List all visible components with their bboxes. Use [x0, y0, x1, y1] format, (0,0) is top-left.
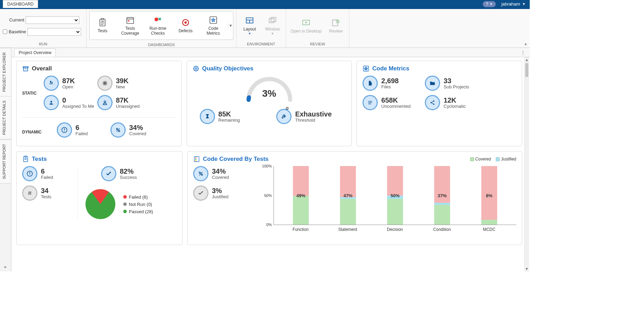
- svg-rect-25: [50, 84, 53, 84]
- card-overall: Overall STATIC 87KOpen 39KNew 0Assigned …: [16, 61, 182, 146]
- subprojects-value: 33: [444, 77, 469, 84]
- card-code-metrics: Code Metrics 2,698Files 33Sub Projects 6…: [357, 61, 522, 146]
- assigned-value: 0: [62, 97, 94, 104]
- current-select[interactable]: [26, 16, 79, 24]
- hourglass-icon: [200, 109, 215, 124]
- gauge-value: 3%: [243, 88, 295, 99]
- scroll-down-icon[interactable]: ▼: [525, 266, 529, 271]
- review-icon: [331, 18, 341, 28]
- dashboards-more-dropdown[interactable]: ▾: [228, 23, 233, 28]
- tests-button[interactable]: Tests: [90, 16, 115, 35]
- side-tab-support-report[interactable]: SUPPORT REPORT: [0, 139, 11, 183]
- svg-point-65: [199, 172, 200, 173]
- svg-point-66: [201, 174, 203, 175]
- user-menu[interactable]: jabraham ▼: [499, 0, 530, 8]
- svg-rect-23: [50, 81, 51, 83]
- svg-rect-54: [29, 172, 30, 174]
- svg-line-58: [29, 191, 29, 195]
- runtime-icon: [153, 15, 163, 25]
- review-group-label: REVIEW: [289, 41, 346, 47]
- svg-rect-55: [29, 175, 30, 175]
- side-tab-project-details[interactable]: PROJECT DETAILS: [0, 96, 11, 139]
- defects-icon: [181, 18, 190, 27]
- run-group-label: RUN: [3, 41, 83, 47]
- layout-icon: [245, 16, 254, 26]
- xlabel: Function: [277, 227, 324, 232]
- side-tab-project-explorer[interactable]: PROJECT EXPLORER: [0, 48, 11, 96]
- svg-rect-15: [269, 19, 274, 23]
- tests-failed-label: Failed: [41, 175, 53, 180]
- open-label: Open: [62, 84, 75, 89]
- legend-failed: Failed (6): [123, 194, 153, 200]
- tests-pie-chart: [84, 188, 117, 221]
- person-outline-icon: [97, 95, 113, 110]
- svg-rect-63: [195, 159, 196, 160]
- baseline-select[interactable]: [27, 28, 81, 36]
- coverage-bar-chart: 100% 50% 0% 49%47%50%37%8% FunctionState…: [259, 166, 516, 241]
- tests-failed-value: 6: [41, 168, 53, 175]
- svg-rect-16: [271, 18, 276, 22]
- svg-rect-50: [25, 156, 27, 157]
- help-button[interactable]: ? ▼: [483, 1, 496, 7]
- code-metrics-title[interactable]: Code Metrics: [372, 65, 409, 72]
- svg-rect-24: [51, 82, 52, 83]
- code-metrics-button[interactable]: Code Metrics: [200, 14, 226, 37]
- content-kebab-menu[interactable]: ⋮: [517, 50, 530, 55]
- chevron-down-icon: ▼: [271, 32, 274, 35]
- cyclomatic-value: 12K: [444, 97, 466, 104]
- scroll-up-icon[interactable]: ▲: [525, 57, 529, 62]
- svg-point-35: [116, 128, 118, 130]
- svg-rect-21: [24, 68, 28, 71]
- quality-title[interactable]: Quality Objectives: [202, 65, 253, 72]
- tests-coverage-button[interactable]: Tests Coverage: [117, 14, 143, 37]
- coverage-title[interactable]: Code Covered By Tests: [203, 156, 269, 163]
- tests-title[interactable]: Tests: [32, 156, 47, 163]
- rail-expand-handle[interactable]: ▸: [0, 262, 11, 271]
- card-quality-objectives: Quality Objectives 3% 85KRemaining ⚙Exha…: [187, 61, 352, 146]
- svg-point-39: [195, 68, 197, 70]
- unassigned-value: 87K: [116, 97, 140, 104]
- tests-count-value: 34: [41, 187, 51, 194]
- layout-button[interactable]: Layout ▼: [239, 15, 260, 37]
- scroll-thumb[interactable]: [525, 63, 528, 77]
- legend-passed: Passed (28): [123, 209, 153, 214]
- clipboard-icon: [22, 156, 29, 163]
- wrench-icon: [276, 109, 292, 124]
- svg-line-47: [432, 101, 433, 102]
- threshold-value: Exhaustive: [295, 111, 332, 118]
- window-button[interactable]: Window ▼: [262, 15, 283, 37]
- assigned-label: Assigned To Me: [62, 104, 94, 109]
- runtime-checks-button[interactable]: Run-time Checks: [145, 14, 171, 37]
- unassigned-label: Unassigned: [116, 104, 140, 109]
- alert-icon: [57, 122, 72, 138]
- chevron-down-icon: ▼: [490, 2, 493, 6]
- calendar-icon: [125, 15, 135, 25]
- open-desktop-button[interactable]: Open in Desktop: [289, 17, 323, 35]
- new-label: New: [116, 84, 129, 89]
- svg-rect-5: [127, 17, 134, 23]
- tab-dashboard[interactable]: DASHBOARD: [3, 0, 38, 8]
- content-tab-project-overview[interactable]: Project Overview: [14, 49, 56, 57]
- ribbon-collapse-handle[interactable]: ▴: [522, 40, 530, 47]
- baseline-label: Baseline: [9, 29, 26, 34]
- uncommented-value: 658K: [381, 97, 411, 104]
- xlabel: MCDC: [466, 227, 513, 232]
- bar-condition: 37%: [419, 166, 466, 225]
- gear-badge-icon: [193, 65, 199, 72]
- legend-covered: Covered: [470, 157, 491, 162]
- svg-point-36: [118, 130, 120, 132]
- quality-gauge: 3%: [243, 76, 295, 103]
- success-label: Success: [120, 175, 137, 180]
- card-tests: Tests 6Failed 34Tests 82%Success: [16, 151, 182, 245]
- star-badge-icon: [363, 65, 369, 72]
- covered-value: 34%: [129, 124, 146, 131]
- percent-icon: [193, 166, 208, 181]
- baseline-checkbox[interactable]: [3, 29, 7, 34]
- vertical-scrollbar[interactable]: ▲ ▼: [524, 57, 529, 271]
- share-icon: [425, 95, 440, 110]
- defects-button[interactable]: Defects: [173, 16, 198, 35]
- svg-rect-33: [64, 128, 65, 130]
- review-button[interactable]: Review: [325, 17, 346, 35]
- threshold-label: Threshold: [295, 118, 332, 123]
- help-icon: ?: [486, 2, 488, 7]
